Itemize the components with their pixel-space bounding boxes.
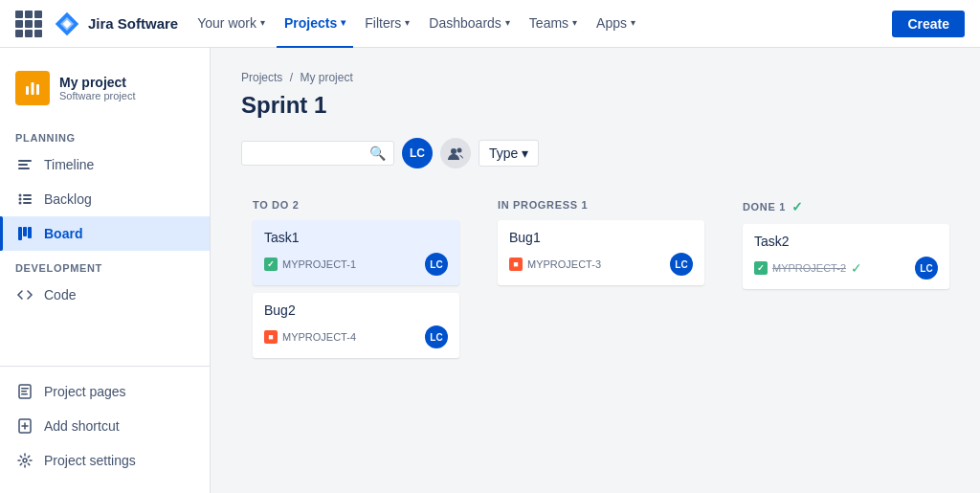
- svg-rect-17: [21, 391, 27, 392]
- project-name: My project: [59, 75, 135, 90]
- backlog-label: Backlog: [44, 191, 92, 207]
- svg-point-8: [19, 198, 22, 201]
- sidebar-item-project-settings[interactable]: Project settings: [0, 443, 210, 478]
- column-inprogress-title: IN PROGRESS 1: [498, 199, 588, 211]
- sidebar-item-code[interactable]: Code: [0, 278, 210, 312]
- add-shortcut-icon: [15, 416, 34, 436]
- card-bug2[interactable]: Bug2 ■ MYPROJECT-4 LC: [253, 293, 459, 358]
- nav-logo[interactable]: Jira Software: [54, 11, 178, 37]
- project-info: My project Software project: [59, 75, 135, 101]
- logo-text: Jira Software: [88, 15, 178, 32]
- add-shortcut-label: Add shortcut: [44, 418, 120, 434]
- project-icon: [15, 71, 50, 105]
- layout: My project Software project Planning Tim…: [0, 48, 980, 493]
- top-nav: Jira Software Your work ▾ Projects ▾ Fil…: [0, 0, 980, 48]
- column-todo: TO DO 2 Task1 ✓ MYPROJECT-1 LC Bug2: [241, 188, 471, 377]
- type-filter-button[interactable]: Type ▾: [479, 140, 539, 167]
- card-task2-type-icon: ✓: [754, 261, 768, 275]
- planning-label: Planning: [0, 121, 210, 147]
- card-task1-id: MYPROJECT-1: [282, 258, 356, 270]
- sidebar-item-project-pages[interactable]: Project pages: [0, 374, 210, 409]
- card-bug2-type-icon: ■: [264, 330, 278, 344]
- column-inprogress-header: IN PROGRESS 1: [498, 199, 704, 211]
- svg-rect-14: [28, 227, 32, 238]
- svg-rect-2: [36, 84, 39, 95]
- svg-rect-12: [18, 227, 22, 240]
- card-bug2-footer: ■ MYPROJECT-4 LC: [264, 325, 448, 348]
- development-label: Development: [0, 251, 210, 278]
- svg-rect-4: [18, 164, 28, 166]
- card-task2-id: MYPROJECT-2: [772, 262, 846, 274]
- sidebar-item-timeline[interactable]: Timeline: [0, 147, 210, 182]
- card-bug2-avatar: LC: [425, 325, 448, 348]
- group-avatar-icon[interactable]: [440, 138, 471, 168]
- column-todo-header: TO DO 2: [253, 199, 459, 211]
- card-task1-footer: ✓ MYPROJECT-1 LC: [264, 253, 448, 276]
- project-type: Software project: [59, 90, 135, 101]
- project-settings-label: Project settings: [44, 453, 136, 468]
- card-task1[interactable]: Task1 ✓ MYPROJECT-1 LC: [253, 220, 459, 285]
- nav-filters[interactable]: Filters ▾: [357, 0, 417, 48]
- breadcrumb-separator: /: [290, 71, 293, 84]
- column-done-check-icon: ✓: [791, 199, 804, 214]
- svg-point-6: [19, 194, 22, 197]
- card-task1-title: Task1: [264, 230, 448, 245]
- column-done-header: DONE 1 ✓: [743, 199, 949, 214]
- filters-chevron: ▾: [405, 17, 410, 28]
- timeline-label: Timeline: [44, 157, 94, 172]
- type-label: Type: [489, 146, 518, 161]
- card-bug1-footer: ■ MYPROJECT-3 LC: [509, 253, 693, 276]
- card-task1-avatar: LC: [425, 253, 448, 276]
- board: TO DO 2 Task1 ✓ MYPROJECT-1 LC Bug2: [241, 188, 949, 377]
- column-inprogress: IN PROGRESS 1 Bug1 ■ MYPROJECT-3 LC: [486, 188, 716, 304]
- svg-point-10: [19, 202, 22, 205]
- svg-rect-11: [23, 202, 32, 204]
- column-done-title: DONE 1: [743, 201, 786, 213]
- user-avatar[interactable]: LC: [402, 138, 433, 168]
- board-icon: [15, 224, 34, 243]
- card-task2-footer: ✓ MYPROJECT-2 ✓ LC: [754, 257, 938, 280]
- project-pages-label: Project pages: [44, 384, 126, 399]
- breadcrumb-current: My project: [300, 71, 352, 84]
- nav-dashboards[interactable]: Dashboards ▾: [421, 0, 518, 48]
- backlog-icon: [15, 190, 34, 209]
- breadcrumb: Projects / My project: [241, 71, 949, 84]
- card-bug1[interactable]: Bug1 ■ MYPROJECT-3 LC: [498, 220, 704, 285]
- board-label: Board: [44, 226, 82, 241]
- card-task2-meta: ✓ MYPROJECT-2 ✓: [754, 260, 862, 276]
- svg-rect-3: [18, 160, 32, 162]
- dashboards-chevron: ▾: [505, 17, 510, 28]
- card-bug2-id: MYPROJECT-4: [282, 331, 356, 343]
- search-input[interactable]: [250, 146, 364, 161]
- card-task2[interactable]: Task2 ✓ MYPROJECT-2 ✓ LC: [743, 224, 949, 289]
- card-bug1-avatar: LC: [670, 253, 693, 276]
- svg-rect-1: [32, 82, 34, 95]
- project-pages-icon: [15, 382, 34, 401]
- card-bug1-meta: ■ MYPROJECT-3: [509, 258, 601, 271]
- nav-your-work[interactable]: Your work ▾: [189, 0, 273, 48]
- column-todo-title: TO DO 2: [253, 199, 299, 211]
- code-icon: [15, 285, 34, 304]
- nav-apps[interactable]: Apps ▾: [589, 0, 643, 48]
- search-box[interactable]: 🔍: [241, 141, 394, 166]
- breadcrumb-projects[interactable]: Projects: [241, 71, 282, 84]
- sidebar-item-backlog[interactable]: Backlog: [0, 182, 210, 216]
- svg-rect-5: [18, 168, 30, 169]
- nav-projects[interactable]: Projects ▾: [277, 0, 353, 48]
- card-task2-avatar: LC: [915, 257, 938, 280]
- code-label: Code: [44, 287, 76, 303]
- create-button[interactable]: Create: [892, 11, 965, 37]
- card-bug1-title: Bug1: [509, 230, 693, 245]
- teams-chevron: ▾: [572, 17, 577, 28]
- column-done: DONE 1 ✓ Task2 ✓ MYPROJECT-2 ✓ LC: [731, 188, 961, 308]
- card-task1-meta: ✓ MYPROJECT-1: [264, 258, 356, 271]
- nav-teams[interactable]: Teams ▾: [522, 0, 585, 48]
- sidebar-item-board[interactable]: Board: [0, 216, 210, 251]
- card-task2-title: Task2: [754, 234, 938, 249]
- sidebar-item-add-shortcut[interactable]: Add shortcut: [0, 409, 210, 443]
- apps-grid-icon[interactable]: [15, 11, 42, 37]
- your-work-chevron: ▾: [260, 17, 265, 28]
- sidebar-project[interactable]: My project Software project: [0, 63, 210, 121]
- card-bug2-meta: ■ MYPROJECT-4: [264, 330, 356, 344]
- timeline-icon: [15, 155, 34, 174]
